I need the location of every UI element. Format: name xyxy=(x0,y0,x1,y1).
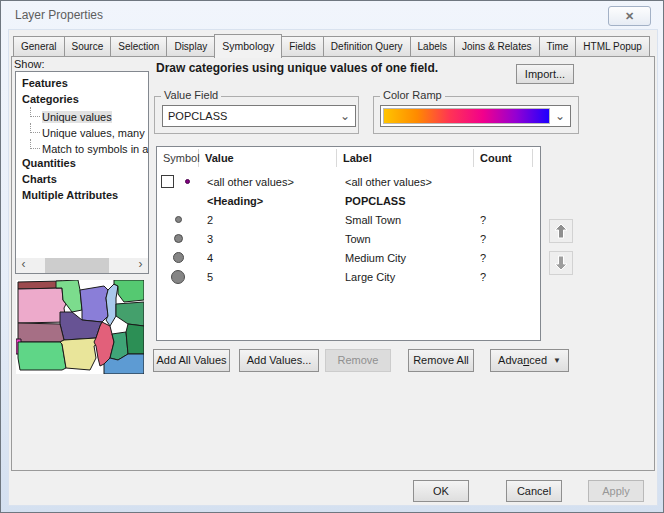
state-kansas xyxy=(18,342,66,370)
tree-item-charts[interactable]: Charts xyxy=(16,171,148,187)
remove-button: Remove xyxy=(325,349,391,372)
value-cell: 3 xyxy=(199,233,337,245)
column-header-count[interactable]: Count xyxy=(474,149,533,167)
apply-button: Apply xyxy=(588,480,644,502)
tree-item-match-symbols[interactable]: Match to symbols in a xyxy=(16,139,148,155)
scrollbar-thumb[interactable] xyxy=(45,258,108,273)
tab-strip: General Source Selection Display Symbolo… xyxy=(13,34,649,56)
map-preview-image xyxy=(16,280,144,374)
tab-source[interactable]: Source xyxy=(64,36,112,56)
tab-selection[interactable]: Selection xyxy=(110,36,167,56)
move-down-button[interactable] xyxy=(549,251,573,275)
value-field-selected-value: POPCLASS xyxy=(168,110,335,122)
column-header-label[interactable]: Label xyxy=(337,149,474,167)
point-symbol[interactable] xyxy=(174,234,183,243)
table-header: Symbol Value Label Count xyxy=(157,147,540,169)
add-values-button[interactable]: Add Values... xyxy=(239,349,319,372)
all-other-values-checkbox[interactable] xyxy=(161,175,174,188)
value-field-label: Value Field xyxy=(161,89,221,101)
tab-fields[interactable]: Fields xyxy=(281,36,324,56)
value-cell: <all other values> xyxy=(199,176,337,188)
count-cell: ? xyxy=(474,252,533,264)
point-symbol[interactable] xyxy=(173,252,184,263)
scroll-right-icon[interactable]: › xyxy=(133,258,148,273)
table-row-heading[interactable]: <Heading> POPCLASS xyxy=(157,191,540,210)
cancel-button[interactable]: Cancel xyxy=(506,480,562,502)
tree-item-multiple-attributes[interactable]: Multiple Attributes xyxy=(16,187,148,203)
state-ohio xyxy=(126,324,144,354)
table-row[interactable]: 4 Medium City ? xyxy=(157,248,540,267)
tree-item-categories[interactable]: Categories xyxy=(16,91,148,107)
tree-item-quantities[interactable]: Quantities xyxy=(16,155,148,171)
add-all-values-button[interactable]: Add All Values xyxy=(153,349,230,372)
tab-display[interactable]: Display xyxy=(166,36,215,56)
symbology-map-preview xyxy=(16,280,144,374)
label-cell: POPCLASS xyxy=(337,195,474,207)
renderer-description: Draw categories using unique values of o… xyxy=(156,61,438,75)
tab-general[interactable]: General xyxy=(13,36,65,56)
tree-item-unique-values-many[interactable]: Unique values, many xyxy=(16,123,148,139)
state-nebraska xyxy=(18,323,64,342)
move-up-button[interactable] xyxy=(549,219,573,243)
import-button[interactable]: Import... xyxy=(516,64,574,84)
tab-labels[interactable]: Labels xyxy=(410,36,455,56)
state-missouri xyxy=(60,338,98,370)
close-button[interactable]: ✕ xyxy=(608,6,651,26)
column-header-symbol[interactable]: Symbol xyxy=(157,149,199,167)
tree-item-unique-values[interactable]: Unique values xyxy=(16,107,148,123)
count-cell: ? xyxy=(474,271,533,283)
tab-html-popup[interactable]: HTML Popup xyxy=(575,36,650,56)
column-header-value[interactable]: Value xyxy=(199,149,337,167)
value-cell: 5 xyxy=(199,271,337,283)
table-row[interactable]: 3 Town ? xyxy=(157,229,540,248)
value-field-dropdown[interactable]: POPCLASS ⌄ xyxy=(162,105,356,127)
layer-properties-dialog: Layer Properties ✕ General Source Select… xyxy=(0,0,664,513)
value-cell: 4 xyxy=(199,252,337,264)
tree-item-features[interactable]: Features xyxy=(16,75,148,91)
renderer-tree: Features Categories Unique values Unique… xyxy=(15,71,149,274)
close-icon: ✕ xyxy=(625,10,634,22)
color-ramp-label: Color Ramp xyxy=(380,89,445,101)
label-cell: Medium City xyxy=(337,252,474,264)
table-row[interactable]: <all other values> <all other values> xyxy=(157,172,540,191)
value-cell: 2 xyxy=(199,214,337,226)
tab-time[interactable]: Time xyxy=(539,36,577,56)
move-up-icon xyxy=(554,223,568,239)
tree-connector xyxy=(30,107,40,117)
chevron-down-icon[interactable]: ⌄ xyxy=(335,109,355,123)
dropdown-caret-icon: ▼ xyxy=(553,350,561,371)
tree-connector xyxy=(30,139,40,149)
count-cell: ? xyxy=(474,214,533,226)
label-cell: Small Town xyxy=(337,214,474,226)
tree-horizontal-scrollbar[interactable]: ‹ › xyxy=(16,258,148,273)
tab-joins-relates[interactable]: Joins & Relates xyxy=(454,36,539,56)
color-ramp-dropdown[interactable]: ⌄ xyxy=(380,105,571,127)
tab-symbology[interactable]: Symbology xyxy=(214,34,282,58)
advanced-button-label: Advanced xyxy=(498,350,547,371)
table-row[interactable]: 2 Small Town ? xyxy=(157,210,540,229)
label-cell: Large City xyxy=(337,271,474,283)
tab-definition-query[interactable]: Definition Query xyxy=(323,36,411,56)
point-symbol[interactable] xyxy=(175,216,182,223)
chevron-down-icon[interactable]: ⌄ xyxy=(550,109,570,123)
table-row[interactable]: 5 Large City ? xyxy=(157,267,540,286)
label-cell: Town xyxy=(337,233,474,245)
window-title: Layer Properties xyxy=(15,8,103,22)
scrollbar-track[interactable] xyxy=(31,258,133,273)
ok-button[interactable]: OK xyxy=(413,480,469,502)
scroll-left-icon[interactable]: ‹ xyxy=(16,258,31,273)
point-symbol[interactable] xyxy=(171,270,185,284)
state-south-dakota xyxy=(18,288,66,323)
show-label: Show: xyxy=(14,58,45,70)
color-ramp-gradient xyxy=(383,108,550,124)
state-michigan-lower xyxy=(116,302,144,326)
state-michigan-upper xyxy=(114,280,144,302)
remove-all-button[interactable]: Remove All xyxy=(408,349,474,372)
label-cell: <all other values> xyxy=(337,176,474,188)
point-symbol[interactable] xyxy=(185,179,190,184)
tree-connector xyxy=(30,123,40,133)
unique-values-table: Symbol Value Label Count <all other valu… xyxy=(156,146,541,341)
value-cell: <Heading> xyxy=(199,195,337,207)
advanced-button[interactable]: Advanced ▼ xyxy=(490,349,569,372)
state-wisconsin xyxy=(80,286,108,322)
